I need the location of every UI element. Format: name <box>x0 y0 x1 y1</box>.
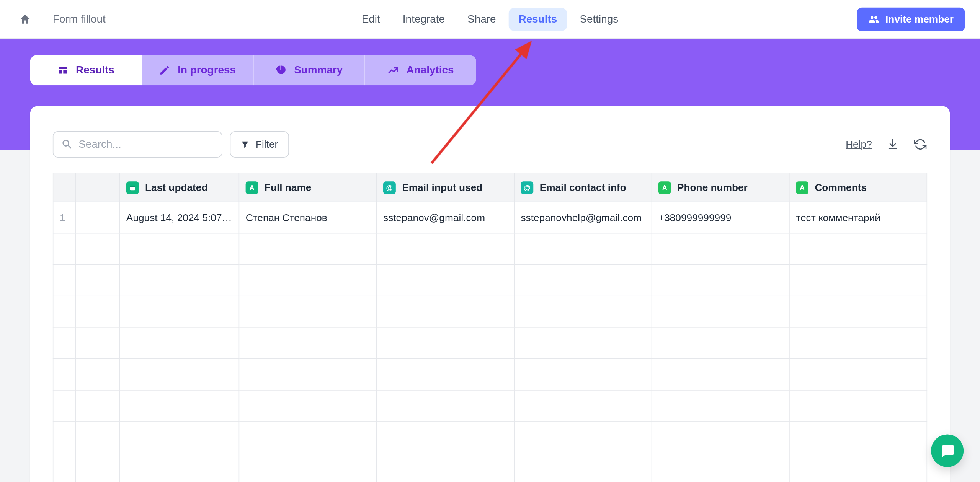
filter-label: Filter <box>256 139 278 150</box>
download-button[interactable] <box>886 137 900 151</box>
textarea-icon: A <box>796 181 808 194</box>
table-row-empty <box>53 359 927 390</box>
results-card: Filter Help? <box>30 106 950 482</box>
at-icon: @ <box>383 181 396 194</box>
row-blank <box>76 202 120 233</box>
invite-member-label: Invite member <box>885 13 954 25</box>
results-table-wrap: Last updated A Full name @ <box>30 173 950 482</box>
at-icon: @ <box>521 181 533 194</box>
cell-email-input: sstepanov@gmail.com <box>377 202 514 233</box>
col-label: Email input used <box>402 182 482 193</box>
subtab-summary-label: Summary <box>294 64 343 77</box>
table-row-empty <box>53 233 927 265</box>
subtab-results[interactable]: Results <box>30 55 142 85</box>
results-table: Last updated A Full name @ <box>53 173 927 482</box>
chat-fab[interactable] <box>931 435 964 467</box>
table-row-empty <box>53 390 927 422</box>
svg-rect-2 <box>130 185 135 186</box>
col-header-number <box>53 173 76 202</box>
col-header-comments[interactable]: A Comments <box>789 173 927 202</box>
invite-member-button[interactable]: Invite member <box>857 7 965 31</box>
card-toolbar: Filter Help? <box>30 106 950 173</box>
table-row-empty <box>53 422 927 453</box>
subtabs: Results In progress Summary Analytics <box>30 55 476 85</box>
cell-phone: +380999999999 <box>652 202 789 233</box>
subtab-results-label: Results <box>76 64 114 77</box>
nav-settings[interactable]: Settings <box>570 8 628 31</box>
filter-button[interactable]: Filter <box>230 131 289 158</box>
nav-integrate[interactable]: Integrate <box>393 8 455 31</box>
col-label: Comments <box>815 182 867 193</box>
nav-share[interactable]: Share <box>457 8 506 31</box>
form-title: Form fillout <box>53 13 106 26</box>
help-link[interactable]: Help? <box>846 139 872 150</box>
text-field-icon: A <box>246 181 258 194</box>
funnel-icon <box>241 140 250 149</box>
table-row-empty <box>53 327 927 359</box>
cell-last-updated: August 14, 2024 5:07 PM <box>120 202 239 233</box>
table-row-empty <box>53 296 927 327</box>
col-header-phone[interactable]: A Phone number <box>652 173 789 202</box>
col-header-full-name[interactable]: A Full name <box>239 173 376 202</box>
table-row-empty <box>53 265 927 296</box>
calendar-icon <box>126 181 139 194</box>
people-icon <box>868 13 879 25</box>
text-field-icon: A <box>658 181 671 194</box>
home-icon <box>19 13 31 26</box>
table-header-row: Last updated A Full name @ <box>53 173 927 202</box>
row-number: 1 <box>53 202 76 233</box>
pie-chart-icon <box>275 65 287 76</box>
topbar: Form fillout Edit Integrate Share Result… <box>0 0 980 39</box>
refresh-button[interactable] <box>913 137 927 151</box>
top-nav: Edit Integrate Share Results Settings <box>351 8 628 31</box>
subtab-summary[interactable]: Summary <box>253 55 365 85</box>
home-button[interactable] <box>15 9 35 29</box>
search-input[interactable] <box>78 138 214 151</box>
col-header-last-updated[interactable]: Last updated <box>120 173 239 202</box>
col-label: Phone number <box>677 182 748 193</box>
col-header-email-input[interactable]: @ Email input used <box>377 173 514 202</box>
subtab-in-progress-label: In progress <box>178 64 236 77</box>
table-row-empty <box>53 453 927 482</box>
chat-icon <box>939 443 956 459</box>
subtab-analytics[interactable]: Analytics <box>365 55 476 85</box>
nav-results[interactable]: Results <box>508 8 567 31</box>
cell-full-name: Степан Степанов <box>239 202 376 233</box>
table-icon <box>57 65 69 76</box>
cell-comments: тест комментарий <box>789 202 927 233</box>
col-label: Last updated <box>145 182 207 193</box>
col-header-blank <box>76 173 120 202</box>
edit-icon <box>159 65 170 76</box>
toolbar-right: Help? <box>846 137 927 151</box>
download-icon <box>886 138 899 151</box>
cell-email-contact: sstepanovhelp@gmail.com <box>514 202 652 233</box>
nav-edit[interactable]: Edit <box>351 8 390 31</box>
refresh-icon <box>914 138 927 151</box>
search-icon <box>61 138 74 151</box>
subtab-analytics-label: Analytics <box>406 64 454 77</box>
subtab-in-progress[interactable]: In progress <box>142 55 253 85</box>
col-label: Email contact info <box>540 182 626 193</box>
table-row[interactable]: 1August 14, 2024 5:07 PMСтепан Степановs… <box>53 202 927 233</box>
col-label: Full name <box>265 182 312 193</box>
search-field[interactable] <box>53 131 222 158</box>
trend-icon <box>387 65 399 76</box>
col-header-email-contact[interactable]: @ Email contact info <box>514 173 652 202</box>
